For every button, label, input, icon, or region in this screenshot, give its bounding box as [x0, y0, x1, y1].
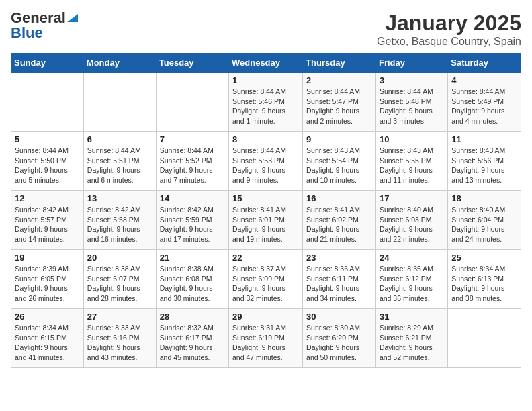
page-header: General Blue January 2025 Getxo, Basque …	[11, 11, 521, 48]
calendar-cell	[448, 309, 521, 368]
day-info: Sunrise: 8:30 AMSunset: 6:20 PMDaylight:…	[306, 323, 372, 363]
calendar-cell: 5Sunrise: 8:44 AMSunset: 5:50 PMDaylight…	[11, 132, 84, 191]
calendar-cell: 15Sunrise: 8:41 AMSunset: 6:01 PMDayligh…	[229, 191, 303, 250]
day-number: 6	[87, 134, 152, 144]
calendar-cell: 12Sunrise: 8:42 AMSunset: 5:57 PMDayligh…	[11, 191, 84, 250]
day-info: Sunrise: 8:43 AMSunset: 5:56 PMDaylight:…	[451, 146, 517, 185]
day-info: Sunrise: 8:44 AMSunset: 5:52 PMDaylight:…	[160, 146, 225, 185]
calendar-cell: 22Sunrise: 8:37 AMSunset: 6:09 PMDayligh…	[229, 250, 303, 309]
day-info: Sunrise: 8:34 AMSunset: 6:13 PMDaylight:…	[451, 264, 517, 304]
day-number: 23	[306, 253, 372, 263]
day-info: Sunrise: 8:44 AMSunset: 5:46 PMDaylight:…	[232, 87, 299, 126]
calendar-cell: 4Sunrise: 8:44 AMSunset: 5:49 PMDaylight…	[448, 73, 521, 132]
day-info: Sunrise: 8:44 AMSunset: 5:53 PMDaylight:…	[232, 146, 299, 185]
calendar-cell: 7Sunrise: 8:44 AMSunset: 5:52 PMDaylight…	[156, 132, 228, 191]
day-info: Sunrise: 8:42 AMSunset: 5:57 PMDaylight:…	[15, 205, 80, 244]
day-info: Sunrise: 8:39 AMSunset: 6:05 PMDaylight:…	[15, 264, 80, 304]
day-number: 22	[232, 253, 299, 263]
calendar-cell: 10Sunrise: 8:43 AMSunset: 5:55 PMDayligh…	[375, 132, 447, 191]
day-info: Sunrise: 8:37 AMSunset: 6:09 PMDaylight:…	[232, 264, 299, 304]
calendar-cell	[156, 73, 228, 132]
day-number: 5	[15, 134, 80, 144]
day-number: 1	[232, 75, 299, 85]
day-number: 29	[232, 312, 299, 322]
day-info: Sunrise: 8:44 AMSunset: 5:47 PMDaylight:…	[306, 87, 372, 126]
day-number: 13	[87, 193, 152, 203]
day-info: Sunrise: 8:32 AMSunset: 6:17 PMDaylight:…	[160, 323, 225, 363]
day-number: 12	[15, 193, 80, 203]
day-info: Sunrise: 8:29 AMSunset: 6:21 PMDaylight:…	[380, 323, 444, 363]
day-number: 31	[380, 312, 444, 322]
column-header-sunday: Sunday	[11, 54, 84, 73]
calendar-cell: 2Sunrise: 8:44 AMSunset: 5:47 PMDaylight…	[303, 73, 376, 132]
day-number: 19	[15, 253, 80, 263]
day-info: Sunrise: 8:42 AMSunset: 5:59 PMDaylight:…	[160, 205, 225, 244]
day-info: Sunrise: 8:43 AMSunset: 5:54 PMDaylight:…	[306, 146, 372, 185]
calendar-cell: 30Sunrise: 8:30 AMSunset: 6:20 PMDayligh…	[303, 309, 376, 368]
day-number: 21	[160, 253, 225, 263]
calendar-cell: 14Sunrise: 8:42 AMSunset: 5:59 PMDayligh…	[156, 191, 228, 250]
day-info: Sunrise: 8:42 AMSunset: 5:58 PMDaylight:…	[87, 205, 152, 244]
day-number: 28	[160, 312, 225, 322]
day-number: 4	[451, 75, 517, 85]
day-number: 18	[451, 193, 517, 203]
calendar-cell: 6Sunrise: 8:44 AMSunset: 5:51 PMDaylight…	[83, 132, 156, 191]
title-block: January 2025 Getxo, Basque Country, Spai…	[377, 11, 521, 48]
day-info: Sunrise: 8:44 AMSunset: 5:48 PMDaylight:…	[380, 87, 444, 126]
logo-arrow-icon	[67, 11, 78, 25]
column-header-tuesday: Tuesday	[156, 54, 228, 73]
calendar-cell: 8Sunrise: 8:44 AMSunset: 5:53 PMDaylight…	[229, 132, 303, 191]
day-info: Sunrise: 8:38 AMSunset: 6:07 PMDaylight:…	[87, 264, 152, 304]
calendar-cell: 16Sunrise: 8:41 AMSunset: 6:02 PMDayligh…	[303, 191, 376, 250]
day-info: Sunrise: 8:36 AMSunset: 6:11 PMDaylight:…	[306, 264, 372, 304]
calendar-cell: 27Sunrise: 8:33 AMSunset: 6:16 PMDayligh…	[83, 309, 156, 368]
calendar-cell: 28Sunrise: 8:32 AMSunset: 6:17 PMDayligh…	[156, 309, 228, 368]
calendar-week-5: 26Sunrise: 8:34 AMSunset: 6:15 PMDayligh…	[11, 309, 521, 368]
calendar-cell: 13Sunrise: 8:42 AMSunset: 5:58 PMDayligh…	[83, 191, 156, 250]
calendar-cell	[83, 73, 156, 132]
column-header-thursday: Thursday	[303, 54, 376, 73]
day-number: 8	[232, 134, 299, 144]
calendar-cell: 24Sunrise: 8:35 AMSunset: 6:12 PMDayligh…	[375, 250, 447, 309]
day-info: Sunrise: 8:41 AMSunset: 6:01 PMDaylight:…	[232, 205, 299, 244]
day-number: 30	[306, 312, 372, 322]
calendar-cell: 11Sunrise: 8:43 AMSunset: 5:56 PMDayligh…	[448, 132, 521, 191]
calendar-week-3: 12Sunrise: 8:42 AMSunset: 5:57 PMDayligh…	[11, 191, 521, 250]
day-number: 3	[380, 75, 444, 85]
column-header-friday: Friday	[375, 54, 447, 73]
day-number: 17	[380, 193, 444, 203]
day-info: Sunrise: 8:44 AMSunset: 5:51 PMDaylight:…	[87, 146, 152, 185]
calendar-cell: 9Sunrise: 8:43 AMSunset: 5:54 PMDaylight…	[303, 132, 376, 191]
day-info: Sunrise: 8:43 AMSunset: 5:55 PMDaylight:…	[380, 146, 444, 185]
day-info: Sunrise: 8:44 AMSunset: 5:50 PMDaylight:…	[15, 146, 80, 185]
day-number: 9	[306, 134, 372, 144]
day-info: Sunrise: 8:40 AMSunset: 6:04 PMDaylight:…	[451, 205, 517, 244]
logo: General Blue	[11, 11, 78, 40]
page-subtitle: Getxo, Basque Country, Spain	[377, 36, 521, 48]
day-info: Sunrise: 8:44 AMSunset: 5:49 PMDaylight:…	[451, 87, 517, 126]
calendar-cell: 20Sunrise: 8:38 AMSunset: 6:07 PMDayligh…	[83, 250, 156, 309]
column-header-saturday: Saturday	[448, 54, 521, 73]
day-info: Sunrise: 8:34 AMSunset: 6:15 PMDaylight:…	[15, 323, 80, 363]
calendar-cell: 3Sunrise: 8:44 AMSunset: 5:48 PMDaylight…	[375, 73, 447, 132]
day-number: 16	[306, 193, 372, 203]
day-number: 26	[15, 312, 80, 322]
calendar-table: SundayMondayTuesdayWednesdayThursdayFrid…	[11, 53, 521, 368]
calendar-header-row: SundayMondayTuesdayWednesdayThursdayFrid…	[11, 54, 521, 73]
day-number: 27	[87, 312, 152, 322]
calendar-cell: 19Sunrise: 8:39 AMSunset: 6:05 PMDayligh…	[11, 250, 84, 309]
calendar-cell: 26Sunrise: 8:34 AMSunset: 6:15 PMDayligh…	[11, 309, 84, 368]
day-number: 14	[160, 193, 225, 203]
day-info: Sunrise: 8:41 AMSunset: 6:02 PMDaylight:…	[306, 205, 372, 244]
day-info: Sunrise: 8:35 AMSunset: 6:12 PMDaylight:…	[380, 264, 444, 304]
day-number: 2	[306, 75, 372, 85]
logo-general-text: General	[11, 11, 66, 26]
day-number: 20	[87, 253, 152, 263]
day-number: 10	[380, 134, 444, 144]
calendar-cell: 21Sunrise: 8:38 AMSunset: 6:08 PMDayligh…	[156, 250, 228, 309]
day-number: 7	[160, 134, 225, 144]
day-info: Sunrise: 8:33 AMSunset: 6:16 PMDaylight:…	[87, 323, 152, 363]
column-header-monday: Monday	[83, 54, 156, 73]
calendar-cell: 17Sunrise: 8:40 AMSunset: 6:03 PMDayligh…	[375, 191, 447, 250]
svg-marker-0	[67, 14, 78, 22]
